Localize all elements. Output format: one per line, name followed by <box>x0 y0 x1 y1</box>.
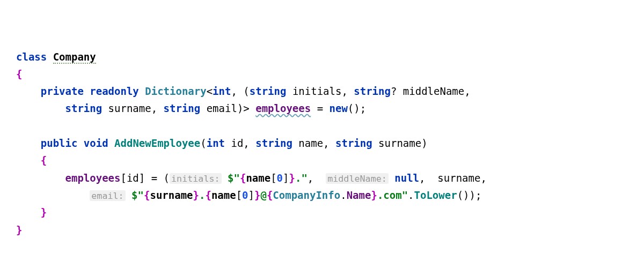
interp-surname: surname <box>150 189 193 201</box>
tuple-field-email: email <box>207 102 237 114</box>
keyword-private: private <box>41 85 84 97</box>
string-dollar: $ <box>131 189 137 201</box>
parens: () <box>457 189 470 201</box>
interp-brace-open: { <box>267 189 273 201</box>
field-employees: employees <box>255 102 311 114</box>
type-string: string <box>164 102 201 114</box>
code-line-7: employees[id] = (initials: $"{name[0]}."… <box>16 169 628 187</box>
var-id: id <box>127 172 139 184</box>
keyword-class: class <box>16 51 47 63</box>
string-quote: " <box>138 189 144 201</box>
assign-op: = <box>311 102 329 114</box>
keyword-void: void <box>84 137 108 149</box>
type-string: string <box>255 137 292 149</box>
code-line-3: private readonly Dictionary<int, (string… <box>16 83 628 100</box>
interp-brace-open: { <box>205 189 211 201</box>
number-zero: 0 <box>242 189 248 201</box>
inlay-hint-middlename: middleName: <box>326 173 389 184</box>
angle-open: < <box>207 85 213 97</box>
type-int: int <box>213 85 231 97</box>
paren-open: ( <box>243 85 249 97</box>
comma: , <box>243 137 255 149</box>
comma: , <box>341 85 354 97</box>
code-editor: class Company{ private readonly Dictiona… <box>16 48 628 239</box>
code-line-4: string surname, string email)> employees… <box>16 100 628 117</box>
interp-brace-close: } <box>193 189 199 201</box>
bracket-open: [ <box>236 189 242 201</box>
code-line-2: { <box>16 65 628 83</box>
keyword-new: new <box>330 102 348 114</box>
param-surname: surname <box>378 137 421 149</box>
code-line-5: public void AddNewEmployee(int id, strin… <box>16 135 628 152</box>
type-string-nullable: string <box>354 85 391 97</box>
dot: . <box>340 189 346 201</box>
string-quote: " <box>402 189 408 201</box>
assign-op: = <box>145 172 163 184</box>
code-line-9: } <box>16 204 628 221</box>
bracket-close: ] <box>139 172 145 184</box>
code-line-8: email: $"{surname}.{name[0]}@{CompanyInf… <box>16 187 628 204</box>
interp-brace-close: } <box>289 172 295 184</box>
var-surname: surname <box>437 172 480 184</box>
comma: , <box>308 172 326 184</box>
type-dictionary: Dictionary <box>145 85 206 97</box>
paren-close: ) <box>237 102 243 114</box>
code-line-6: { <box>16 152 628 169</box>
code-line-10: } <box>16 221 628 239</box>
inlay-hint-initials: initials: <box>170 173 222 184</box>
string-dot: . <box>199 189 205 201</box>
paren-open: ( <box>200 137 206 149</box>
type-string: string <box>335 137 372 149</box>
tuple-field-initials: initials <box>292 85 342 97</box>
code-line-blank <box>16 117 628 135</box>
paren-close: ) <box>470 189 475 201</box>
bracket-open: [ <box>270 172 276 184</box>
string-dot: . <box>295 172 301 184</box>
string-com: .com <box>377 189 402 201</box>
interp-brace-open: { <box>144 189 150 201</box>
comma: , <box>151 102 164 114</box>
brace-close: } <box>16 224 22 236</box>
comma: , <box>464 85 470 97</box>
tuple-field-middlename: middleName <box>403 85 464 97</box>
interp-name: name <box>211 189 236 201</box>
field-employees-ref: employees <box>65 172 121 184</box>
interp-brace-open: { <box>240 172 246 184</box>
prop-name: Name <box>347 189 371 201</box>
number-zero: 0 <box>277 172 283 184</box>
comma: , <box>231 85 243 97</box>
comma: , <box>419 172 437 184</box>
brace-open: { <box>41 154 47 166</box>
interp-name: name <box>246 172 270 184</box>
paren-close: ) <box>421 137 427 149</box>
method-tolower: ToLower <box>414 189 457 201</box>
interp-brace-close: } <box>254 189 260 201</box>
semicolon: ; <box>475 189 481 201</box>
string-dollar: $ <box>228 172 233 184</box>
keyword-public: public <box>41 137 78 149</box>
type-string: string <box>65 102 103 114</box>
interp-brace-close: } <box>371 189 377 201</box>
semicolon: ; <box>360 102 366 114</box>
keyword-null: null <box>394 172 419 184</box>
comma: , <box>480 172 486 184</box>
bracket-close: ] <box>248 189 254 201</box>
angle-close: > <box>243 102 249 114</box>
string-quote: " <box>301 172 307 184</box>
method-name: AddNewEmployee <box>114 137 200 149</box>
brace-open: { <box>16 68 22 80</box>
param-id: id <box>231 137 243 149</box>
type-companyinfo: CompanyInfo <box>273 189 340 201</box>
code-line-1: class Company <box>16 48 628 65</box>
bracket-open: [ <box>120 172 126 184</box>
nullable-q: ? <box>391 85 397 97</box>
tuple-field-surname: surname <box>108 102 151 114</box>
dot: . <box>408 189 414 201</box>
brace-close: } <box>41 206 47 218</box>
comma: , <box>323 137 335 149</box>
paren-open: ( <box>164 172 170 184</box>
class-name: Company <box>53 51 96 64</box>
string-at: @ <box>260 189 266 201</box>
type-string: string <box>250 85 287 97</box>
bracket-close: ] <box>283 172 289 184</box>
